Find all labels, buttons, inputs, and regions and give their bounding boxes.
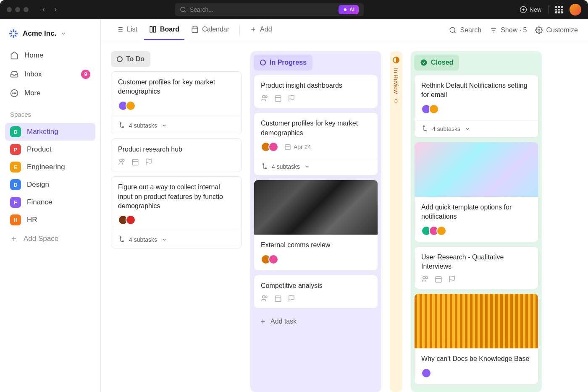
task-card[interactable]: Product insight dashboards <box>254 75 378 108</box>
task-card[interactable]: Rethink Default Notifications setting fo… <box>414 75 538 138</box>
minimize-window[interactable] <box>15 7 20 12</box>
column-header-todo[interactable]: To Do <box>111 51 150 67</box>
toolbar-customize[interactable]: Customize <box>535 26 578 34</box>
task-card[interactable]: Product research hub <box>111 139 242 172</box>
workspace-logo-icon <box>8 29 18 39</box>
column-closed: Closed Rethink Default Notifications set… <box>411 51 542 392</box>
add-task-button[interactable]: Add task <box>254 313 378 330</box>
task-card[interactable]: Competitive analysis <box>254 275 378 308</box>
column-header-closed[interactable]: Closed <box>414 55 459 71</box>
forward-button[interactable] <box>50 5 60 15</box>
date-icon[interactable] <box>274 94 282 102</box>
space-item-hr[interactable]: HHR <box>5 211 95 229</box>
kanban-board: To Do Customer profiles for key market d… <box>101 41 588 392</box>
nav-home[interactable]: Home <box>5 47 95 64</box>
svg-point-2 <box>344 8 346 11</box>
space-item-design[interactable]: DDesign <box>5 176 95 193</box>
view-tab-add[interactable]: Add <box>245 20 277 40</box>
avatar <box>421 368 431 378</box>
chevron-down-icon <box>161 237 167 243</box>
chevron-down-icon <box>304 164 310 170</box>
space-item-engineering[interactable]: EEngineering <box>5 158 95 176</box>
space-badge: D <box>10 179 21 190</box>
new-button[interactable]: New <box>520 6 541 13</box>
card-meta <box>421 275 531 283</box>
column-in-review-collapsed[interactable]: In Review 0 <box>390 51 402 392</box>
space-item-finance[interactable]: FFinance <box>5 193 95 211</box>
gear-icon <box>535 26 543 34</box>
space-name: Marketing <box>27 128 58 136</box>
svg-point-15 <box>13 93 13 94</box>
svg-point-50 <box>262 96 265 98</box>
date-icon[interactable] <box>435 275 442 283</box>
avatar-stack[interactable] <box>118 101 235 111</box>
space-name: Product <box>27 145 52 154</box>
view-tab-board[interactable]: Board <box>144 20 184 40</box>
nav-more[interactable]: More <box>5 85 95 102</box>
close-window[interactable] <box>7 7 12 12</box>
space-item-product[interactable]: PProduct <box>5 141 95 158</box>
date-icon[interactable] <box>131 158 139 166</box>
global-search[interactable]: Search... AI <box>175 3 364 16</box>
assignee-icon[interactable] <box>261 295 268 302</box>
spaces-list: DMarketingPProductEEngineeringDDesignFFi… <box>5 123 95 229</box>
task-card[interactable]: Customer profiles for key market demogra… <box>254 112 378 175</box>
assignee-icon[interactable] <box>261 94 268 102</box>
subtask-footer[interactable]: 4 subtasks <box>111 231 242 248</box>
avatar-stack[interactable] <box>118 215 235 225</box>
svg-line-35 <box>454 31 456 33</box>
task-card[interactable]: Why can't Docs be Knowledge Base <box>414 293 538 384</box>
task-card[interactable]: Add quick template options for notificat… <box>414 142 538 242</box>
column-header-progress[interactable]: In Progress <box>254 55 312 71</box>
apps-menu-icon[interactable] <box>555 6 563 13</box>
card-meta <box>261 295 371 302</box>
window-controls <box>7 7 29 12</box>
divider <box>239 25 240 35</box>
flag-icon[interactable] <box>145 158 152 166</box>
content-area: List Board Calendar Add Search <box>101 19 588 392</box>
avatar-stack[interactable] <box>421 368 531 378</box>
add-space-button[interactable]: Add Space <box>5 230 95 247</box>
assignee-icon[interactable] <box>421 275 429 283</box>
view-tab-list[interactable]: List <box>111 20 142 40</box>
back-button[interactable] <box>39 5 49 15</box>
toolbar-show[interactable]: Show · 5 <box>490 26 527 34</box>
avatar-stack[interactable] <box>261 142 278 152</box>
task-card[interactable]: Customer profiles for key market demogra… <box>111 71 242 134</box>
card-title: Competitive analysis <box>261 281 371 290</box>
avatar-stack[interactable] <box>421 226 531 236</box>
avatar <box>126 101 136 111</box>
view-tab-calendar[interactable]: Calendar <box>186 20 234 40</box>
date-icon <box>284 144 291 150</box>
subtask-footer[interactable]: 4 subtasks <box>111 117 242 134</box>
user-avatar[interactable] <box>570 4 581 16</box>
space-item-marketing[interactable]: DMarketing <box>5 123 95 141</box>
maximize-window[interactable] <box>24 7 29 12</box>
avatar-stack[interactable] <box>261 254 371 264</box>
flag-icon[interactable] <box>288 94 295 102</box>
svg-line-11 <box>15 35 16 37</box>
toolbar-search[interactable]: Search <box>449 26 481 34</box>
svg-point-39 <box>538 29 540 31</box>
card-title: User Research - Qualitative Interviews <box>421 253 531 272</box>
assignee-icon[interactable] <box>118 158 126 166</box>
svg-point-43 <box>123 159 125 162</box>
date-icon[interactable] <box>274 295 282 302</box>
task-card[interactable]: User Research - Qualitative Interviews <box>414 246 538 290</box>
avatar-stack[interactable] <box>421 104 531 114</box>
flag-icon[interactable] <box>448 275 456 283</box>
subtask-footer[interactable]: 4 subtasks <box>415 120 538 137</box>
toolbar-right: Search Show · 5 Customize <box>449 26 578 34</box>
task-card[interactable]: Figure out a way to collect internal inp… <box>111 176 242 248</box>
divider <box>548 5 549 14</box>
task-card[interactable]: External comms review <box>254 180 378 270</box>
nav-inbox[interactable]: Inbox 9 <box>5 65 95 83</box>
card-date: Apr 24 <box>294 144 311 150</box>
card-title: Why can't Docs be Knowledge Base <box>421 354 531 363</box>
workspace-selector[interactable]: Acme Inc. <box>5 25 95 45</box>
svg-rect-28 <box>192 27 198 33</box>
ai-badge[interactable]: AI <box>339 5 359 14</box>
flag-icon[interactable] <box>288 295 295 302</box>
workspace-name: Acme Inc. <box>23 29 56 38</box>
subtask-footer[interactable]: 4 subtasks <box>254 158 378 175</box>
